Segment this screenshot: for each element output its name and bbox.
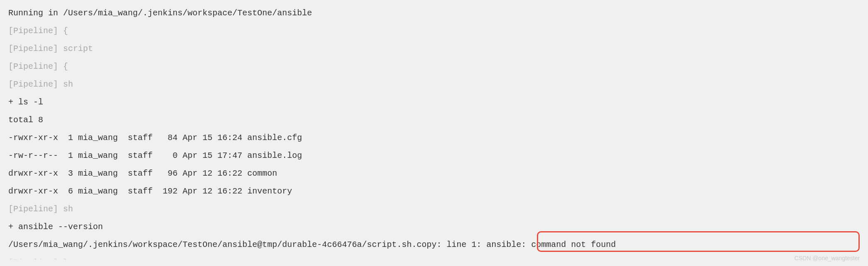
console-line: total 8 [8,111,860,129]
console-text: -rw-r--r-- 1 mia_wang staff 0 Apr 15 17:… [8,151,302,160]
console-text: drwxr-xr-x 3 mia_wang staff 96 Apr 12 16… [8,169,277,178]
console-line: Running in /Users/mia_wang/.jenkins/work… [8,4,860,22]
pipeline-tag: [Pipeline] [8,80,58,89]
pipeline-text: } [58,258,68,260]
console-text: drwxr-xr-x 6 mia_wang staff 192 Apr 12 1… [8,186,292,196]
pipeline-text: sh [58,80,73,89]
console-text: -rwxr-xr-x 1 mia_wang staff 84 Apr 15 16… [8,133,302,143]
console-text: total 8 [8,115,43,125]
console-line: -rwxr-xr-x 1 mia_wang staff 84 Apr 15 16… [8,129,860,147]
console-line: /Users/mia_wang/.jenkins/workspace/TestO… [8,236,860,254]
console-line: drwxr-xr-x 6 mia_wang staff 192 Apr 12 1… [8,182,860,200]
console-line: [Pipeline] { [8,22,860,40]
console-output: Running in /Users/mia_wang/.jenkins/work… [8,4,860,260]
console-line: drwxr-xr-x 3 mia_wang staff 96 Apr 12 16… [8,164,860,182]
console-text: Running in /Users/mia_wang/.jenkins/work… [8,8,312,18]
pipeline-tag: [Pipeline] [8,44,58,53]
pipeline-text: sh [58,204,73,214]
console-line: + ansible --version [8,218,860,236]
pipeline-tag: [Pipeline] [8,258,58,260]
watermark: CSDN @one_wangtester [795,252,860,264]
pipeline-text: { [58,62,68,71]
console-line: [Pipeline] } [8,254,860,260]
console-line: + ls -l [8,93,860,111]
console-line: [Pipeline] sh [8,75,860,93]
console-line: [Pipeline] script [8,40,860,58]
pipeline-tag: [Pipeline] [8,26,58,36]
console-text: /Users/mia_wang/.jenkins/workspace/TestO… [8,240,616,249]
pipeline-text: script [58,44,93,53]
pipeline-text: { [58,26,68,36]
pipeline-tag: [Pipeline] [8,62,58,71]
console-text: + ansible --version [8,222,103,232]
console-line: [Pipeline] { [8,58,860,75]
console-line: [Pipeline] sh [8,200,860,218]
pipeline-tag: [Pipeline] [8,204,58,214]
console-line: -rw-r--r-- 1 mia_wang staff 0 Apr 15 17:… [8,147,860,164]
console-text: + ls -l [8,97,43,107]
